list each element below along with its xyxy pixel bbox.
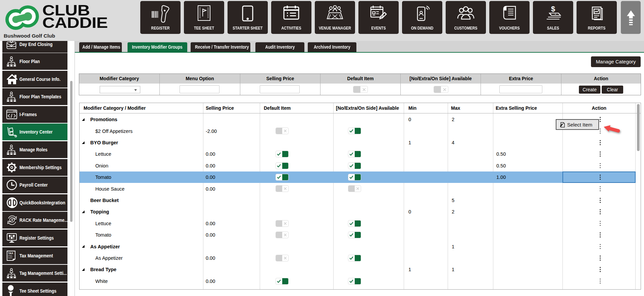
svg-text:$: $ bbox=[551, 5, 555, 13]
svg-text:TAX: TAX bbox=[8, 252, 13, 255]
